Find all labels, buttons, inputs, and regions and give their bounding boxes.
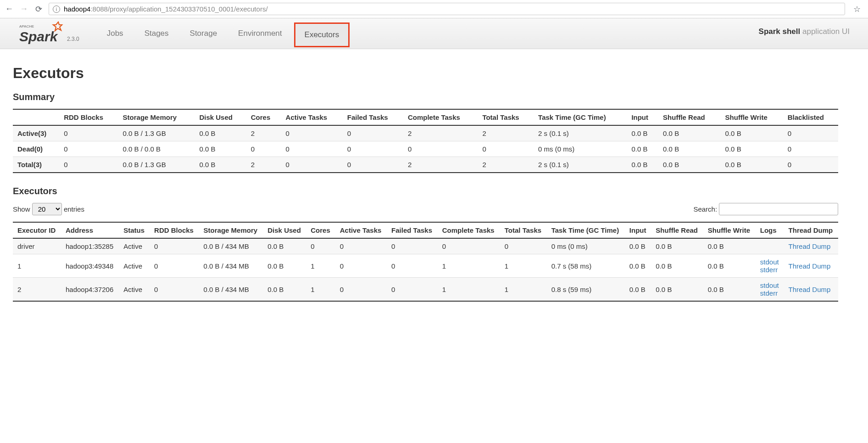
address-bar[interactable]: i hadoop4:8088/proxy/application_1524303…	[49, 3, 845, 15]
page-size-select[interactable]: 20	[32, 203, 62, 215]
executors-table: Executor IDAddressStatusRDD BlocksStorag…	[13, 222, 838, 302]
log-link-stdout[interactable]: stdout	[760, 258, 779, 266]
tab-executors[interactable]: Executors	[294, 22, 350, 47]
summary-col[interactable]: Storage Memory	[118, 109, 195, 125]
spark-logo: APACHE Spark 2.3.0	[18, 21, 79, 49]
url-text: hadoop4:8088/proxy/application_152430337…	[64, 5, 268, 13]
spark-logo-icon: APACHE Spark	[18, 21, 64, 44]
search-input[interactable]	[719, 203, 838, 215]
tab-environment[interactable]: Environment	[229, 22, 291, 47]
exec-row: 2hadoop4:37206Active00.0 B / 434 MB0.0 B…	[13, 278, 838, 302]
exec-col[interactable]: Failed Tasks	[387, 222, 438, 238]
summary-col[interactable]: RDD Blocks	[59, 109, 118, 125]
exec-col[interactable]: Complete Tasks	[438, 222, 500, 238]
tab-stages[interactable]: Stages	[135, 22, 178, 47]
log-link-stderr[interactable]: stderr	[760, 289, 778, 297]
site-info-icon[interactable]: i	[53, 6, 60, 13]
summary-col[interactable]: Cores	[246, 109, 281, 125]
exec-col[interactable]: Input	[625, 222, 651, 238]
exec-row: driverhadoop1:35285Active00.0 B / 434 MB…	[13, 238, 838, 254]
summary-col[interactable]: Active Tasks	[281, 109, 343, 125]
summary-row: Total(3)00.0 B / 1.3 GB0.0 B200222 s (0.…	[13, 157, 838, 173]
exec-col[interactable]: Thread Dump	[784, 222, 839, 238]
bookmark-star-icon[interactable]: ☆	[851, 4, 863, 14]
summary-row: Dead(0)00.0 B / 0.0 B0.0 B000000 ms (0 m…	[13, 141, 838, 157]
summary-col[interactable]: Task Time (GC Time)	[534, 109, 627, 125]
log-link-stdout[interactable]: stdout	[760, 281, 779, 289]
summary-table: RDD BlocksStorage MemoryDisk UsedCoresAc…	[13, 109, 838, 173]
summary-col[interactable]: Input	[627, 109, 658, 125]
exec-col[interactable]: Executor ID	[13, 222, 61, 238]
browser-toolbar: ← → ⟳ i hadoop4:8088/proxy/application_1…	[0, 0, 868, 18]
svg-text:APACHE: APACHE	[19, 24, 34, 28]
exec-col[interactable]: Active Tasks	[335, 222, 387, 238]
exec-col[interactable]: Status	[119, 222, 150, 238]
reload-button[interactable]: ⟳	[34, 5, 43, 14]
spark-header: APACHE Spark 2.3.0 JobsStagesStorageEnvi…	[0, 18, 868, 49]
exec-col[interactable]: Logs	[756, 222, 784, 238]
tab-storage[interactable]: Storage	[181, 22, 227, 47]
exec-col[interactable]: Cores	[306, 222, 335, 238]
summary-row: Active(3)00.0 B / 1.3 GB0.0 B200222 s (0…	[13, 125, 838, 141]
summary-col[interactable]: Blacklisted	[783, 109, 839, 125]
forward-button[interactable]: →	[19, 5, 28, 14]
summary-col[interactable]	[13, 109, 59, 125]
summary-col[interactable]: Disk Used	[195, 109, 246, 125]
exec-col[interactable]: Task Time (GC Time)	[547, 222, 625, 238]
exec-col[interactable]: RDD Blocks	[150, 222, 199, 238]
entries-selector: Show 20 entries	[13, 203, 84, 215]
page-title: Executors	[13, 65, 855, 82]
exec-col[interactable]: Shuffle Write	[703, 222, 756, 238]
exec-col[interactable]: Total Tasks	[500, 222, 547, 238]
summary-col[interactable]: Total Tasks	[478, 109, 534, 125]
summary-col[interactable]: Failed Tasks	[343, 109, 403, 125]
nav-tabs: JobsStagesStorageEnvironmentExecutors	[98, 22, 759, 47]
summary-col[interactable]: Shuffle Write	[721, 109, 783, 125]
back-button[interactable]: ←	[5, 5, 14, 14]
tab-jobs[interactable]: Jobs	[98, 22, 133, 47]
spark-version: 2.3.0	[67, 36, 79, 44]
thread-dump-link[interactable]: Thread Dump	[789, 242, 831, 250]
exec-col[interactable]: Address	[61, 222, 119, 238]
app-ui-label: Spark shell application UI	[759, 27, 850, 43]
search-box: Search:	[693, 203, 838, 215]
exec-col[interactable]: Disk Used	[263, 222, 306, 238]
thread-dump-link[interactable]: Thread Dump	[789, 262, 831, 270]
exec-row: 1hadoop3:49348Active00.0 B / 434 MB0.0 B…	[13, 254, 838, 278]
summary-col[interactable]: Shuffle Read	[658, 109, 721, 125]
summary-heading: Summary	[13, 92, 855, 102]
exec-col[interactable]: Storage Memory	[199, 222, 263, 238]
thread-dump-link[interactable]: Thread Dump	[789, 286, 831, 293]
executors-table-controls: Show 20 entries Search:	[13, 203, 838, 215]
exec-col[interactable]: Shuffle Read	[651, 222, 703, 238]
summary-col[interactable]: Complete Tasks	[403, 109, 478, 125]
svg-text:Spark: Spark	[19, 29, 58, 44]
log-link-stderr[interactable]: stderr	[760, 266, 778, 274]
executors-heading: Executors	[13, 186, 855, 196]
